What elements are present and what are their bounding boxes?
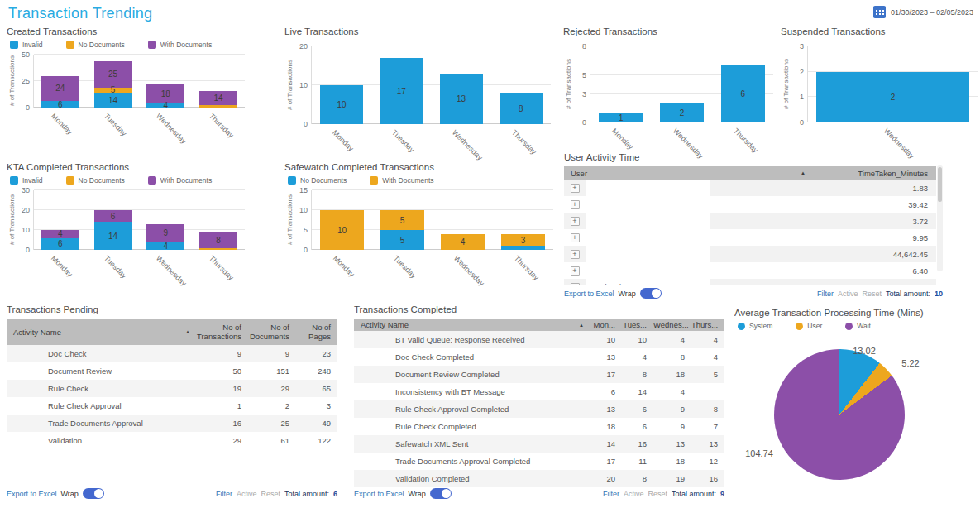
- bar[interactable]: 64: [41, 230, 79, 250]
- bar[interactable]: 2: [660, 103, 704, 122]
- reset-link[interactable]: Reset: [648, 490, 667, 498]
- expand-icon[interactable]: +: [571, 266, 580, 276]
- bar-segment[interactable]: 6: [41, 238, 79, 250]
- bar-segment[interactable]: 4: [146, 103, 184, 108]
- bar[interactable]: 624: [41, 76, 79, 108]
- bar-segment[interactable]: 2: [816, 72, 969, 122]
- column-header-thursday[interactable]: Thurs...: [691, 320, 724, 329]
- legend-item[interactable]: With Documents: [370, 176, 433, 185]
- bar-segment[interactable]: 2: [660, 103, 704, 122]
- bar-segment[interactable]: 5: [380, 210, 424, 230]
- legend-item[interactable]: Invalid: [10, 41, 43, 49]
- bar-segment[interactable]: 1: [599, 113, 643, 123]
- bar[interactable]: 14: [199, 91, 237, 108]
- column-header-activity-name[interactable]: Activity Name ▲: [354, 319, 590, 331]
- legend-item[interactable]: Invalid: [10, 176, 43, 185]
- bar-segment[interactable]: 3: [501, 234, 545, 246]
- bar[interactable]: 8: [199, 232, 237, 250]
- export-to-excel-link[interactable]: Export to Excel: [564, 290, 614, 298]
- export-to-excel-link[interactable]: Export to Excel: [7, 490, 57, 498]
- bar-segment[interactable]: 25: [94, 61, 132, 88]
- bar-segment[interactable]: 4: [146, 242, 184, 250]
- reset-link[interactable]: Reset: [862, 290, 882, 298]
- column-header-no-of-documents[interactable]: No of Documents: [248, 323, 296, 342]
- filter-link[interactable]: Filter: [216, 490, 232, 498]
- expand-icon[interactable]: +: [571, 283, 580, 286]
- wrap-toggle[interactable]: [430, 488, 452, 499]
- bar-segment[interactable]: 9: [146, 224, 184, 242]
- bar-segment[interactable]: 4: [41, 230, 79, 238]
- column-header-timetaken[interactable]: TimeTaken_Minutes: [812, 169, 936, 178]
- bar-segment[interactable]: 10: [320, 210, 364, 250]
- active-link[interactable]: Active: [237, 490, 257, 498]
- bar-segment[interactable]: 13: [440, 74, 483, 124]
- column-header-user[interactable]: User ▲: [564, 169, 812, 178]
- bar[interactable]: 418: [146, 84, 184, 108]
- active-link[interactable]: Active: [624, 490, 644, 498]
- filter-link[interactable]: Filter: [817, 290, 834, 298]
- bar-segment[interactable]: 5: [380, 230, 424, 250]
- bar-segment[interactable]: [199, 248, 237, 250]
- legend-item[interactable]: User: [796, 322, 822, 330]
- wrap-toggle[interactable]: [640, 288, 662, 299]
- bar[interactable]: 10: [320, 85, 363, 124]
- scrollbar-thumb[interactable]: [938, 167, 942, 202]
- bar[interactable]: 17: [380, 58, 423, 124]
- pie-chart[interactable]: [774, 349, 905, 480]
- bar-segment[interactable]: 14: [199, 91, 237, 106]
- bar-segment[interactable]: 17: [380, 58, 423, 124]
- legend-item[interactable]: Wait: [845, 322, 871, 330]
- bar[interactable]: 55: [380, 210, 424, 250]
- bar[interactable]: 1: [599, 113, 643, 123]
- legend-item[interactable]: No Documents: [66, 41, 125, 49]
- bar[interactable]: 3: [501, 234, 545, 250]
- column-header-activity-name[interactable]: Activity Name ▲: [7, 319, 197, 345]
- reset-link[interactable]: Reset: [261, 490, 280, 498]
- expand-icon[interactable]: +: [571, 233, 580, 242]
- column-header-tuesday[interactable]: Tues...: [622, 320, 653, 329]
- bar[interactable]: 4: [441, 234, 485, 250]
- filter-link[interactable]: Filter: [603, 490, 619, 498]
- bar-segment[interactable]: 8: [199, 232, 237, 247]
- legend-item[interactable]: With Documents: [148, 176, 212, 185]
- bar[interactable]: 8: [500, 93, 543, 124]
- activity-name-cell: Rule Check Approval: [7, 401, 197, 410]
- bar[interactable]: 2: [816, 72, 969, 122]
- bar[interactable]: 6: [721, 65, 765, 122]
- date-range-picker[interactable]: 01/30/2023 – 02/05/2023: [873, 6, 973, 18]
- bar-segment[interactable]: 8: [500, 93, 543, 124]
- vertical-scrollbar[interactable]: [937, 165, 943, 271]
- bar[interactable]: 146: [94, 210, 132, 250]
- legend-item[interactable]: System: [738, 322, 772, 330]
- bar-segment[interactable]: [501, 246, 545, 250]
- user-activity-panel: User Activity Time User ▲ TimeTaken_Minu…: [564, 152, 943, 301]
- legend-item[interactable]: No Documents: [66, 176, 125, 185]
- expand-icon[interactable]: +: [571, 200, 580, 209]
- expand-icon[interactable]: +: [571, 250, 580, 259]
- bar-segment[interactable]: 6: [94, 210, 132, 222]
- wrap-toggle[interactable]: [83, 488, 104, 499]
- bar-segment[interactable]: 14: [94, 222, 132, 250]
- active-link[interactable]: Active: [838, 290, 858, 298]
- bar-segment[interactable]: 24: [41, 76, 79, 102]
- bar-segment[interactable]: 6: [41, 101, 79, 108]
- value-cell: 19: [197, 384, 248, 393]
- bar-segment[interactable]: 10: [320, 85, 363, 124]
- expand-icon[interactable]: +: [571, 184, 580, 193]
- bar-segment[interactable]: [199, 105, 237, 108]
- column-header-no-of-transactions[interactable]: No of Transactions: [197, 323, 248, 342]
- legend-item[interactable]: No Documents: [288, 176, 347, 185]
- column-header-monday[interactable]: Mon...: [590, 320, 622, 329]
- column-header-no-of-pages[interactable]: No of Pages: [296, 323, 337, 342]
- export-to-excel-link[interactable]: Export to Excel: [354, 490, 404, 498]
- bar-segment[interactable]: 14: [94, 93, 132, 108]
- bar[interactable]: 13: [440, 74, 483, 124]
- expand-icon[interactable]: +: [571, 217, 580, 226]
- column-header-wednesday[interactable]: Wednes...: [653, 320, 691, 329]
- bar[interactable]: 10: [320, 210, 364, 250]
- bar-segment[interactable]: 6: [721, 65, 765, 122]
- bar[interactable]: 14525: [94, 61, 132, 108]
- legend-item[interactable]: With Documents: [148, 41, 212, 49]
- bar-segment[interactable]: 4: [441, 234, 485, 250]
- bar[interactable]: 49: [146, 224, 184, 250]
